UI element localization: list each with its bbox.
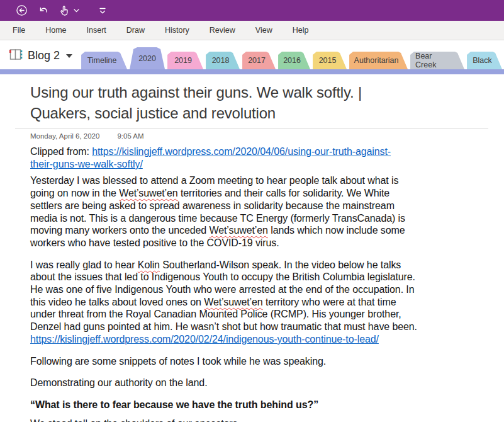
text-segment: this video he talks about loved ones on	[30, 297, 204, 307]
text-line: “What is there to fear because we have t…	[30, 399, 504, 411]
tab-2020[interactable]: 2020	[130, 47, 165, 69]
text-segment: workers who have tested positive to the …	[30, 237, 279, 248]
tab-black[interactable]: Black	[467, 52, 502, 69]
hyperlink[interactable]: https://kislingjeff.wordpress.com/2020/0…	[30, 334, 379, 345]
menu-review[interactable]: Review	[199, 21, 245, 40]
text-line: We stood tall on the shoulders of our an…	[30, 418, 504, 422]
menu-insert[interactable]: Insert	[77, 21, 116, 40]
hyperlink[interactable]: their-guns-we-walk-softly/	[30, 159, 143, 169]
tab-label: Black	[473, 56, 492, 65]
text-segment: going on now in the	[30, 188, 119, 198]
menu-history[interactable]: History	[155, 21, 199, 40]
tab-label: 2016	[283, 56, 301, 65]
text-line: Following are some snippets of notes I t…	[30, 355, 504, 368]
tab-2018[interactable]: 2018	[206, 52, 240, 69]
text-line: going on now in the Wet’suwet’en territo…	[30, 187, 504, 200]
menu-file[interactable]: File	[3, 21, 35, 40]
note-title-line1: Using our truth against their guns. We w…	[30, 82, 504, 103]
text-segment: Clipped from:	[30, 146, 92, 157]
tab-authoritarian[interactable]: Authoritarian	[349, 52, 408, 69]
tab-label: Authoritarian	[354, 56, 399, 65]
text-segment: about the issues that led to Indigenous …	[30, 271, 415, 282]
tab-2015[interactable]: 2015	[313, 52, 347, 69]
text-segment: territory who were at that time	[263, 297, 396, 307]
text-line: Yesterday I was blessed to attend a Zoom…	[30, 174, 504, 187]
section-tabs: Timeline202020192018201720162015Authorit…	[81, 40, 504, 69]
menu-bar: File Home Insert Draw History Review Vie…	[0, 21, 504, 40]
undo-button[interactable]	[33, 0, 54, 21]
text-line: their-guns-we-walk-softly/	[30, 158, 504, 171]
dropdown-caret-icon	[74, 9, 79, 13]
note-page-canvas[interactable]: Using our truth against their guns. We w…	[0, 74, 504, 422]
text-line: under threat from the Royal Canadian Mou…	[30, 308, 504, 321]
undo-icon	[38, 5, 49, 16]
touch-mode-button[interactable]	[54, 0, 84, 21]
text-line: I was really glad to hear Kolin Southerl…	[30, 259, 504, 271]
chevron-down-icon	[66, 54, 72, 58]
notebook-name: Blog 2	[28, 49, 60, 62]
text-line: He was one of five Indigenous Youth who …	[30, 283, 504, 296]
text-segment: Yesterday I was blessed to attend a Zoom…	[30, 175, 398, 186]
misspelled-word: Kolin	[138, 259, 160, 270]
para-clipped-from: Clipped from: https://kislingjeff.wordpr…	[30, 145, 504, 170]
tab-2016[interactable]: 2016	[278, 52, 310, 69]
text-line: settlers are being asked to spread aware…	[30, 200, 504, 212]
text-segment: moving many workers onto the unceded	[30, 225, 209, 236]
para-kolin: I was really glad to hear Kolin Southerl…	[30, 259, 504, 346]
text-line: Clipped from: https://kislingjeff.wordpr…	[30, 145, 504, 158]
text-line: workers who have tested positive to the …	[30, 237, 504, 249]
para-quote: “What is there to fear because we have t…	[30, 399, 504, 411]
tab-label: 2020	[138, 54, 156, 63]
note-title-input[interactable]: Using our truth against their guns. We w…	[30, 82, 504, 123]
note-date: Monday, April 6, 2020	[30, 132, 99, 140]
para-demonstrating: Demonstrating our authority on the land.	[30, 377, 504, 389]
text-segment: media is not. This is a dangerous time b…	[30, 213, 405, 224]
back-icon	[16, 4, 28, 16]
text-segment: I was really glad to hear	[30, 259, 138, 270]
back-button[interactable]	[11, 0, 33, 21]
tab-label: Bear Creek	[415, 52, 455, 69]
text-segment: under threat from the Royal Canadian Mou…	[30, 309, 401, 319]
tab-label: 2019	[174, 56, 192, 65]
tab-2019[interactable]: 2019	[167, 52, 203, 69]
tab-label: 2015	[319, 56, 337, 65]
text-segment: Demonstrating our authority on the land.	[30, 377, 208, 388]
note-date-row: Monday, April 6, 20209:05 AM	[30, 132, 504, 140]
para-following: Following are some snippets of notes I t…	[30, 355, 504, 368]
ribbon-display-button[interactable]	[93, 0, 112, 21]
tab-label: 2017	[248, 56, 266, 65]
tab-label: 2018	[212, 56, 230, 65]
menu-draw[interactable]: Draw	[116, 21, 155, 40]
note-body[interactable]: Clipped from: https://kislingjeff.wordpr…	[30, 145, 504, 422]
text-segment: settlers are being asked to spread aware…	[30, 200, 395, 211]
misspelled-word: Wet’suwet’en	[119, 188, 177, 198]
text-segment: “What is there to fear because we have t…	[30, 399, 318, 410]
text-segment: Following are some snippets of notes I t…	[30, 356, 326, 367]
title-divider	[15, 128, 488, 128]
notebook-nav-row: Blog 2 Timeline202020192018201720162015A…	[0, 40, 504, 69]
text-line: this video he talks about loved ones on …	[30, 296, 504, 309]
touch-mode-icon	[59, 5, 70, 16]
hyperlink[interactable]: https://kislingjeff.wordpress.com/2020/0…	[92, 146, 391, 157]
tab-timeline[interactable]: Timeline	[81, 52, 127, 69]
note-title-line2: Quakers, social justice and revolution	[30, 103, 504, 123]
misspelled-word: Wet’suwet’en	[204, 297, 262, 307]
menu-view[interactable]: View	[245, 21, 283, 40]
text-line: Demonstrating our authority on the land.	[30, 377, 504, 389]
tab-label: Timeline	[87, 56, 117, 65]
tab-2017[interactable]: 2017	[242, 52, 276, 69]
text-line: media is not. This is a dangerous time b…	[30, 212, 504, 225]
text-line: https://kislingjeff.wordpress.com/2020/0…	[30, 333, 504, 346]
notebook-icon	[8, 48, 23, 64]
text-segment: We stood tall on the shoulders of our an…	[30, 418, 237, 422]
tab-bear-creek[interactable]: Bear Creek	[410, 52, 464, 69]
text-segment: Southerland-Wilson speak. In the video b…	[160, 259, 401, 270]
ribbon-display-icon	[98, 6, 107, 15]
text-line: about the issues that led to Indigenous …	[30, 271, 504, 283]
window-titlebar	[0, 0, 504, 21]
text-segment: lands which now include some	[268, 225, 405, 236]
menu-help[interactable]: Help	[283, 21, 319, 40]
notebook-selector[interactable]: Blog 2	[0, 48, 81, 69]
text-segment: territories and their calls for solidari…	[178, 188, 389, 198]
menu-home[interactable]: Home	[35, 21, 76, 40]
